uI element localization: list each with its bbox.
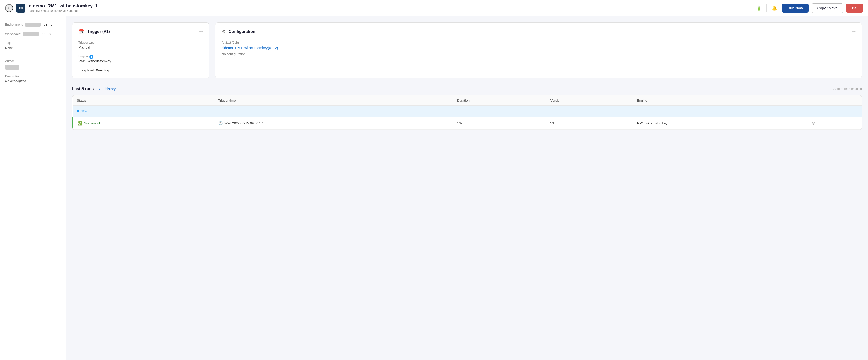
log-level-row: Log level Warning <box>79 68 203 72</box>
runs-section: Last 5 runs Run history Auto-refresh ena… <box>72 87 862 130</box>
engine-field: Engine i RM1_withcustomkey <box>79 55 203 63</box>
config-edit-icon[interactable]: ✏ <box>852 29 856 34</box>
sidebar-description: Description No description <box>5 74 61 83</box>
col-duration: Duration <box>453 95 547 106</box>
back-button[interactable]: ← <box>5 4 13 12</box>
col-version: Version <box>546 95 633 106</box>
tags-label: Tags <box>5 41 61 45</box>
author-value <box>5 65 19 69</box>
back-icon: ← <box>7 5 11 11</box>
run-history-link[interactable]: Run history <box>98 87 116 91</box>
engine-label: Engine <box>79 55 88 58</box>
col-trigger-time: Trigger time <box>214 95 453 106</box>
environment-value <box>25 23 41 27</box>
battery-icon: 🔋 <box>756 5 762 11</box>
status-new: New <box>77 109 210 113</box>
page-layout: Environment: _demo Workspace: _demo Tags… <box>0 16 868 360</box>
sidebar-workspace: Workspace: _demo <box>5 32 61 36</box>
task-id: Task ID: 62a9a103c0c85f3e59b02abf <box>29 9 754 13</box>
author-label: Author <box>5 59 61 63</box>
trigger-card: 📅 Trigger (V1) ✏ Trigger type Manual Eng… <box>72 22 209 79</box>
config-card-icon: ⚙ <box>222 29 226 35</box>
version-cell <box>546 106 633 117</box>
runs-header: Last 5 runs Run history Auto-refresh ena… <box>72 87 862 91</box>
battery-icon-button[interactable]: 🔋 <box>754 4 764 13</box>
col-status: Status <box>73 95 214 106</box>
workspace-suffix: _demo <box>40 32 51 36</box>
expand-icon[interactable]: ⊙ <box>812 121 815 126</box>
sidebar-author: Author <box>5 59 61 69</box>
log-level-value: Warning <box>96 68 110 72</box>
engine-label-row: Engine i <box>79 55 203 59</box>
sidebar: Environment: _demo Workspace: _demo Tags… <box>0 16 66 360</box>
table-row[interactable]: New <box>73 106 862 117</box>
trigger-card-title: Trigger (V1) <box>87 29 110 34</box>
engine-cell: RM1_withcustomkey <box>633 117 808 130</box>
col-engine: Engine <box>633 95 808 106</box>
status-success: ✅ Successful <box>78 121 210 126</box>
status-dot-blue <box>77 110 79 112</box>
sidebar-tags: Tags None <box>5 41 61 50</box>
config-card-title: Configuration <box>229 29 255 34</box>
header-actions: 🔋 🔔 Run Now Copy / Move Del <box>754 3 863 13</box>
auto-refresh-label: Auto-refresh enabled <box>834 87 862 91</box>
trigger-time-value: 🕐 Wed 2022-06-15 09:06:17 <box>218 121 449 125</box>
run-now-button[interactable]: Run Now <box>782 4 809 13</box>
clock-icon: 🕐 <box>218 121 223 125</box>
runs-table: Status Trigger time Duration Version Eng… <box>72 95 862 130</box>
trigger-time-cell <box>214 106 453 117</box>
log-level-label: Log level <box>81 68 94 72</box>
trigger-edit-icon[interactable]: ✏ <box>199 29 203 34</box>
app-logo: >< <box>16 4 25 13</box>
version-cell: V1 <box>546 117 633 130</box>
workspace-value <box>23 32 38 36</box>
trigger-type-value: Manual <box>79 46 203 50</box>
description-value: No description <box>5 79 61 83</box>
trigger-time-cell: 🕐 Wed 2022-06-15 09:06:17 <box>214 117 453 130</box>
table-header-row: Status Trigger time Duration Version Eng… <box>73 95 862 106</box>
success-icon: ✅ <box>78 121 83 126</box>
no-config-text: No configuration <box>222 52 856 56</box>
trigger-title-row: 📅 Trigger (V1) <box>79 29 110 35</box>
engine-cell <box>633 106 808 117</box>
trigger-type-field: Trigger type Manual <box>79 41 203 50</box>
delete-button[interactable]: Del <box>846 4 863 13</box>
col-expand <box>808 95 862 106</box>
bell-icon-button[interactable]: 🔔 <box>770 4 779 13</box>
trigger-card-icon: 📅 <box>79 29 85 35</box>
table-row[interactable]: ✅ Successful 🕐 Wed 2022-06-15 09:06:17 <box>73 117 862 130</box>
engine-info-icon: i <box>89 55 93 59</box>
duration-cell <box>453 106 547 117</box>
expand-cell[interactable]: ⊙ <box>808 117 862 130</box>
sidebar-environment: Environment: _demo <box>5 22 61 27</box>
trigger-type-label: Trigger type <box>79 41 203 44</box>
status-cell: New <box>73 106 214 117</box>
config-title-row: ⚙ Configuration <box>222 29 255 35</box>
config-card: ⚙ Configuration ✏ Artifact (Job) cidemo_… <box>215 22 862 79</box>
bell-icon: 🔔 <box>772 5 777 11</box>
status-cell: ✅ Successful <box>73 117 214 130</box>
environment-label: Environment: <box>5 23 23 26</box>
task-name: cidemo_RM1_withcustomkey_1 <box>29 3 754 9</box>
artifact-section: Artifact (Job) cidemo_RM1_withcustomkey(… <box>222 41 856 56</box>
tags-value: None <box>5 46 61 50</box>
environment-suffix: _demo <box>42 22 53 26</box>
artifact-link[interactable]: cidemo_RM1_withcustomkey(0.1.2) <box>222 46 278 50</box>
config-card-header: ⚙ Configuration ✏ <box>222 29 856 35</box>
artifact-label: Artifact (Job) <box>222 41 856 44</box>
main-content: 📅 Trigger (V1) ✏ Trigger type Manual Eng… <box>66 16 868 360</box>
expand-cell <box>808 106 862 117</box>
header-title-block: cidemo_RM1_withcustomkey_1 Task ID: 62a9… <box>29 3 754 13</box>
sidebar-divider <box>5 55 61 55</box>
engine-value: RM1_withcustomkey <box>79 59 203 63</box>
duration-cell: 13s <box>453 117 547 130</box>
runs-title: Last 5 runs <box>72 87 94 91</box>
workspace-label: Workspace: <box>5 32 21 36</box>
copy-move-button[interactable]: Copy / Move <box>812 3 843 13</box>
description-label: Description <box>5 74 61 78</box>
cards-row: 📅 Trigger (V1) ✏ Trigger type Manual Eng… <box>72 22 862 79</box>
header: ← >< cidemo_RM1_withcustomkey_1 Task ID:… <box>0 0 868 16</box>
trigger-card-header: 📅 Trigger (V1) ✏ <box>79 29 203 35</box>
